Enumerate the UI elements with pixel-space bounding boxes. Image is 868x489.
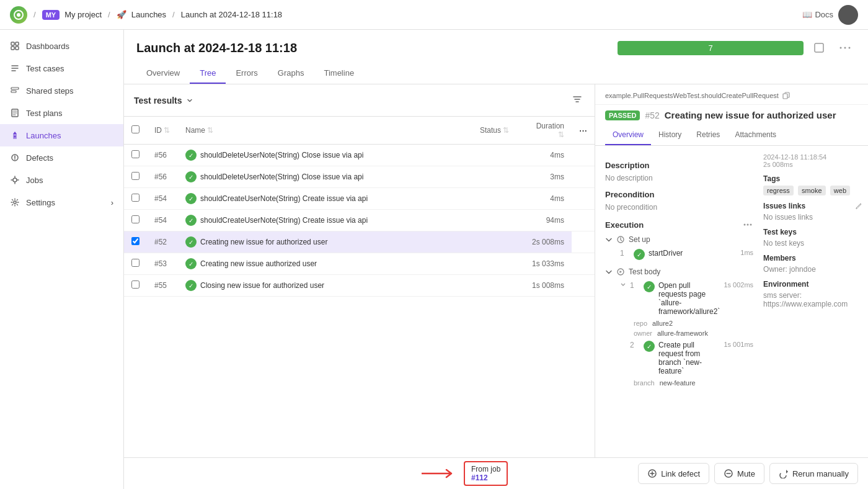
issues-links-text: Issues links [763, 202, 805, 210]
test-title-row: PASSED #52 Creating new issue for author… [595, 105, 868, 125]
test-cases-icon [10, 63, 20, 73]
copy-icon[interactable] [782, 92, 790, 99]
table-row[interactable]: #55 ✓ Closing new issue for authorized u… [124, 275, 595, 297]
row-checkbox[interactable] [131, 194, 140, 202]
svg-rect-2 [11, 42, 14, 45]
row-checkbox[interactable] [131, 259, 140, 267]
rerun-manually-button[interactable]: Rerun manually [769, 463, 858, 484]
step-number: 1 [620, 249, 630, 258]
step-row: 1 ✓ startDriver 1ms [605, 246, 753, 262]
execution-options-icon[interactable] [742, 219, 753, 230]
link-defect-button[interactable]: Link defect [638, 463, 709, 484]
row-status [472, 231, 522, 253]
topnav: / MY My project / 🚀 Launches / Launch at… [0, 0, 868, 30]
row-status [472, 166, 522, 188]
sidebar-item-jobs[interactable]: Jobs [0, 169, 123, 191]
tab-overview[interactable]: Overview [136, 63, 190, 84]
tags-container: regress smoke web [763, 186, 862, 195]
tab-timeline[interactable]: Timeline [314, 63, 364, 84]
col-options-button[interactable]: ⋯ [579, 126, 587, 135]
test-keys-value: No test keys [763, 239, 862, 248]
setup-header[interactable]: Set up [605, 235, 753, 244]
test-body-header[interactable]: Test body [605, 267, 753, 276]
svg-rect-7 [11, 91, 16, 92]
test-results-label: Test results [134, 96, 182, 105]
link-defect-label: Link defect [661, 469, 700, 478]
edit-icon[interactable] [855, 202, 862, 210]
table-row[interactable]: #54 ✓ shouldCreateUserNote(String) Creat… [124, 210, 595, 231]
description-label: Description [605, 161, 753, 170]
table-row[interactable]: #53 ✓ Creating new issue authorized user… [124, 253, 595, 275]
arrow-icon [422, 467, 459, 480]
user-avatar[interactable] [838, 5, 858, 25]
right-tab-retries[interactable]: Retries [689, 125, 727, 145]
sidebar-item-settings[interactable]: Settings › [0, 191, 123, 213]
right-tab-overview[interactable]: Overview [605, 125, 651, 145]
param-val: allure-framework [657, 330, 708, 337]
param-key: branch [634, 379, 655, 387]
sidebar-item-label: Shared steps [26, 86, 74, 96]
table-row[interactable]: #56 ✓ shouldDeleteUserNote(String) Close… [124, 145, 595, 166]
right-tab-attachments[interactable]: Attachments [727, 125, 784, 145]
step-number: 1 [630, 281, 640, 290]
row-checkbox[interactable] [131, 237, 140, 245]
rerun-label: Rerun manually [792, 469, 849, 478]
sidebar-item-shared-steps[interactable]: Shared steps [0, 79, 123, 102]
tab-errors[interactable]: Errors [226, 63, 267, 84]
collapse-icon [605, 268, 613, 276]
project-name-link[interactable]: My project [64, 10, 102, 19]
table-row[interactable]: #52 ✓ Creating new issue for authorized … [124, 231, 595, 253]
test-plans-icon [10, 108, 20, 118]
tab-graphs[interactable]: Graphs [268, 63, 314, 84]
test-results-table: ID ⇅ Name ⇅ Status ⇅ Duration ⇅ ⋯ #56 ✓ … [124, 117, 595, 457]
step-param: repo allure2 [605, 318, 753, 328]
row-checkbox[interactable] [131, 215, 140, 223]
row-checkbox[interactable] [131, 150, 140, 158]
svg-point-12 [14, 201, 16, 204]
table-row[interactable]: #54 ✓ shouldCreateUserNote(String) Creat… [124, 188, 595, 210]
breadcrumb-sep2: / [108, 10, 110, 19]
page-header: Launch at 2024-12-18 11:18 7 Overview Tr… [124, 30, 868, 84]
svg-point-1 [17, 13, 20, 17]
filter-button[interactable] [570, 92, 585, 109]
test-results-dropdown[interactable]: Test results [134, 96, 193, 105]
expand-icon[interactable] [620, 281, 626, 287]
more-options-button[interactable] [835, 44, 856, 52]
row-status-icon: ✓ [185, 215, 197, 226]
sidebar-item-launches[interactable]: Launches [0, 124, 123, 146]
row-duration: 3ms [522, 166, 572, 188]
owner-label: Owner: [763, 265, 787, 274]
dashboards-icon [10, 41, 20, 51]
launches-link[interactable]: Launches [131, 10, 166, 19]
row-duration: 4ms [522, 145, 572, 166]
project-badge[interactable]: MY [42, 10, 60, 20]
row-id: #56 [147, 166, 178, 188]
row-duration: 4ms [522, 188, 572, 210]
select-all-checkbox[interactable] [131, 125, 140, 133]
right-sidebar-meta: 2024-12-18 11:18:54 2s 008ms Tags regres… [763, 153, 862, 393]
col-status: Status ⇅ [472, 117, 522, 145]
docs-link[interactable]: 📖 Docs [802, 10, 833, 19]
row-checkbox[interactable] [131, 172, 140, 180]
mute-button[interactable]: Mute [714, 463, 764, 484]
precondition-label: Precondition [605, 190, 753, 199]
jobs-icon [10, 175, 20, 185]
col-id: ID ⇅ [147, 117, 178, 145]
tab-tree[interactable]: Tree [190, 63, 226, 84]
row-duration: 94ms [522, 210, 572, 231]
row-name: ✓ Closing new issue for authorized user [178, 275, 472, 297]
row-checkbox[interactable] [131, 280, 140, 289]
app-logo[interactable] [10, 6, 27, 24]
right-tab-history[interactable]: History [651, 125, 689, 145]
sidebar-item-test-cases[interactable]: Test cases [0, 57, 123, 79]
row-status-icon: ✓ [185, 258, 197, 269]
sidebar-item-dashboards[interactable]: Dashboards [0, 35, 123, 57]
launch-settings-button[interactable] [808, 40, 830, 56]
table-row[interactable]: #56 ✓ shouldDeleteUserNote(String) Close… [124, 166, 595, 188]
step-status-icon: ✓ [644, 281, 655, 292]
from-job-number: #112 [471, 473, 500, 482]
sidebar-item-defects[interactable]: Defects [0, 146, 123, 169]
sidebar-item-test-plans[interactable]: Test plans [0, 102, 123, 124]
dropdown-arrow-icon [186, 97, 193, 104]
test-body-label: Test body [629, 267, 660, 276]
